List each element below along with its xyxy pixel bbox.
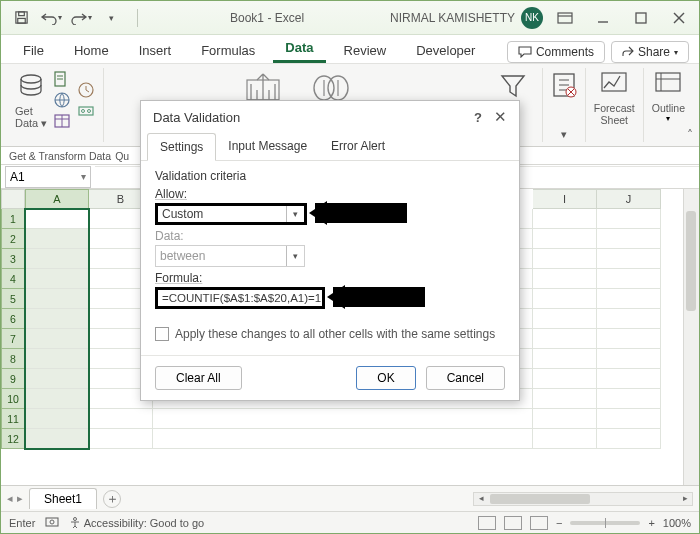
scroll-left-icon[interactable]: ◂ <box>474 493 488 505</box>
svg-rect-3 <box>558 13 572 23</box>
chevron-down-icon[interactable]: ▾ <box>81 171 86 182</box>
from-table-icon[interactable] <box>53 112 71 130</box>
dialog-tabs: Settings Input Message Error Alert <box>141 133 519 161</box>
ribbon-group-forecast: ForecastSheet <box>586 68 644 142</box>
sheet-nav-next-icon[interactable]: ▸ <box>17 492 23 505</box>
sheet-tab-bar: ◂ ▸ Sheet1 ＋ ◂ ▸ <box>1 485 699 511</box>
undo-icon[interactable]: ▾ <box>37 6 65 30</box>
macro-record-icon[interactable] <box>45 515 59 531</box>
from-text-icon[interactable] <box>53 70 71 88</box>
svg-rect-1 <box>18 12 24 16</box>
svg-point-39 <box>74 517 77 520</box>
zoom-slider[interactable] <box>570 521 640 525</box>
data-combo: between ▾ <box>155 245 305 267</box>
dialog-help-icon[interactable]: ? <box>474 110 482 125</box>
accessibility-status[interactable]: Accessibility: Good to go <box>69 517 204 529</box>
row-header[interactable]: 5 <box>1 289 25 309</box>
ok-button[interactable]: OK <box>356 366 415 390</box>
close-icon[interactable] <box>665 6 693 30</box>
column-header[interactable]: I <box>533 189 597 209</box>
redo-icon[interactable]: ▾ <box>67 6 95 30</box>
user-name: NIRMAL KAMISHETTY <box>390 11 515 25</box>
zoom-out-icon[interactable]: − <box>556 517 562 529</box>
column-header[interactable]: A <box>25 189 89 209</box>
forecast-button[interactable]: ForecastSheet <box>594 70 635 126</box>
select-all-corner[interactable] <box>1 189 25 209</box>
collapse-ribbon-icon[interactable]: ˄ <box>687 128 693 142</box>
allow-combo[interactable]: Custom ▾ <box>155 203 307 225</box>
get-data-button[interactable]: GetData ▾ <box>15 71 47 130</box>
annotation-arrow <box>333 287 425 307</box>
data-validation-button[interactable] <box>551 70 577 104</box>
qat-customize-icon[interactable]: ▾ <box>97 6 125 30</box>
vertical-scrollbar[interactable] <box>683 189 699 485</box>
zoom-value[interactable]: 100% <box>663 517 691 529</box>
row-header[interactable]: 11 <box>1 409 25 429</box>
row-header[interactable]: 8 <box>1 349 25 369</box>
recent-sources-icon[interactable] <box>77 81 95 99</box>
status-mode: Enter <box>9 517 35 529</box>
chevron-down-icon: ▾ <box>286 246 304 266</box>
outline-button[interactable]: Outline ▾ <box>652 70 685 123</box>
tab-formulas[interactable]: Formulas <box>189 38 267 63</box>
row-header[interactable]: 3 <box>1 249 25 269</box>
formula-value: =COUNTIF($A$1:$A$20,A1)=1 <box>162 292 321 304</box>
row-header[interactable]: 7 <box>1 329 25 349</box>
svg-point-9 <box>21 75 41 83</box>
save-icon[interactable] <box>7 6 35 30</box>
tab-review[interactable]: Review <box>332 38 399 63</box>
zoom-in-icon[interactable]: + <box>648 517 654 529</box>
share-button[interactable]: Share ▾ <box>611 41 689 63</box>
row-header[interactable]: 2 <box>1 229 25 249</box>
sheet-tab[interactable]: Sheet1 <box>29 488 97 509</box>
svg-point-20 <box>88 109 91 112</box>
tab-insert[interactable]: Insert <box>127 38 184 63</box>
dialog-tab-input-message[interactable]: Input Message <box>216 133 319 161</box>
comments-button[interactable]: Comments <box>507 41 605 63</box>
share-label: Share <box>638 45 670 59</box>
row-header[interactable]: 10 <box>1 389 25 409</box>
dialog-close-icon[interactable]: ✕ <box>494 108 507 126</box>
clear-all-button[interactable]: Clear All <box>155 366 242 390</box>
column-header[interactable]: J <box>597 189 661 209</box>
row-header[interactable]: 12 <box>1 429 25 449</box>
name-box-input[interactable] <box>10 170 70 184</box>
ribbon-display-icon[interactable] <box>551 6 579 30</box>
cancel-button[interactable]: Cancel <box>426 366 505 390</box>
apply-all-checkbox[interactable] <box>155 327 169 341</box>
apply-all-label: Apply these changes to all other cells w… <box>175 327 495 341</box>
svg-point-38 <box>50 520 54 524</box>
view-pagebreak-icon[interactable] <box>530 516 548 530</box>
dialog-title: Data Validation <box>153 110 240 125</box>
quick-access-toolbar: ▾ ▾ ▾ <box>7 6 125 30</box>
user-avatar[interactable]: NK <box>521 7 543 29</box>
svg-rect-34 <box>656 73 680 91</box>
scroll-right-icon[interactable]: ▸ <box>678 493 692 505</box>
data-label: Data: <box>155 229 505 243</box>
data-validation-dialog: Data Validation ? ✕ Settings Input Messa… <box>140 100 520 401</box>
tab-data[interactable]: Data <box>273 35 325 63</box>
maximize-icon[interactable] <box>627 6 655 30</box>
add-sheet-button[interactable]: ＋ <box>103 490 121 508</box>
tab-file[interactable]: File <box>11 38 56 63</box>
sheet-nav-prev-icon[interactable]: ◂ <box>7 492 13 505</box>
comments-label: Comments <box>536 45 594 59</box>
document-title: Book1 - Excel <box>144 11 390 25</box>
dialog-tab-error-alert[interactable]: Error Alert <box>319 133 397 161</box>
minimize-icon[interactable] <box>589 6 617 30</box>
view-normal-icon[interactable] <box>478 516 496 530</box>
name-box[interactable]: ▾ <box>5 166 91 188</box>
tab-home[interactable]: Home <box>62 38 121 63</box>
tab-developer[interactable]: Developer <box>404 38 487 63</box>
formula-input[interactable]: =COUNTIF($A$1:$A$20,A1)=1 <box>155 287 325 309</box>
horizontal-scrollbar[interactable]: ◂ ▸ <box>473 492 693 506</box>
dialog-tab-settings[interactable]: Settings <box>147 133 216 161</box>
row-header[interactable]: 6 <box>1 309 25 329</box>
row-header[interactable]: 9 <box>1 369 25 389</box>
existing-conn-icon[interactable] <box>77 102 95 120</box>
from-web-icon[interactable] <box>53 91 71 109</box>
view-layout-icon[interactable] <box>504 516 522 530</box>
svg-point-19 <box>82 109 85 112</box>
row-header[interactable]: 4 <box>1 269 25 289</box>
row-header[interactable]: 1 <box>1 209 25 229</box>
